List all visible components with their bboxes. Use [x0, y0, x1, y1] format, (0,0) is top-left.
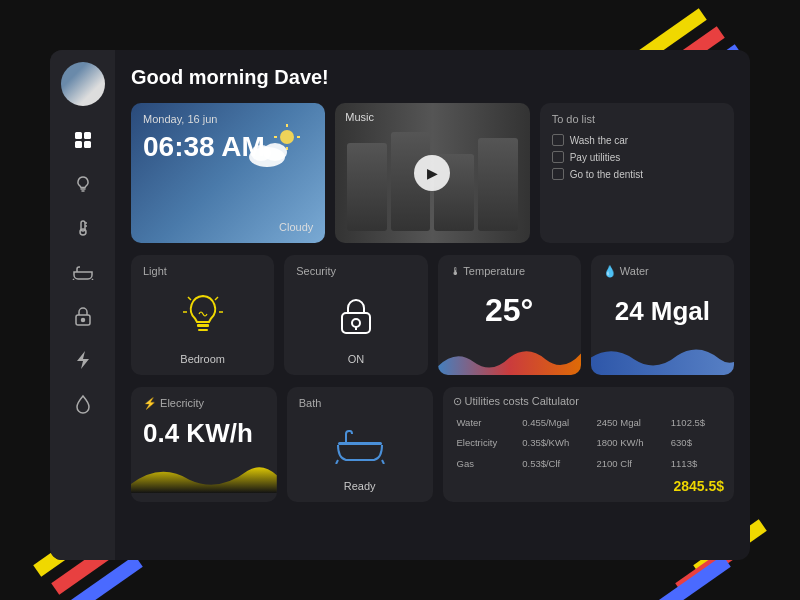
music-card: Music ▶	[335, 103, 529, 243]
sidebar	[50, 50, 115, 560]
accent-blue-br	[657, 555, 731, 600]
security-card: Security ON	[284, 255, 427, 375]
svg-point-29	[352, 319, 360, 327]
svg-point-20	[251, 145, 271, 161]
util-row-gas: Gas 0.53$/Clf 2100 Clf 1113$	[453, 453, 725, 474]
utilities-table: Water 0.455/Mgal 2450 Mgal 1102.5$ Elect…	[453, 412, 725, 474]
todo-item-2[interactable]: Pay utilities	[552, 151, 722, 163]
svg-rect-0	[75, 132, 82, 139]
todo-item-3[interactable]: Go to the dentist	[552, 168, 722, 180]
todo-checkbox-2[interactable]	[552, 151, 564, 163]
water-wave	[591, 340, 734, 375]
security-icon-wrap	[296, 281, 415, 351]
bath-sidebar-icon	[72, 264, 94, 280]
security-status: ON	[296, 353, 415, 365]
svg-point-11	[81, 319, 84, 322]
svg-line-8	[73, 279, 74, 280]
temperature-value: 25°	[450, 281, 569, 340]
svg-point-13	[280, 130, 294, 144]
todo-label: To do list	[552, 113, 722, 125]
sidebar-item-water[interactable]	[65, 386, 101, 422]
electricity-card: ⚡ Elecricity 0.4 KW/h	[131, 387, 277, 502]
weather-condition: Cloudy	[279, 221, 313, 233]
util-elec-cost: 630$	[667, 433, 724, 454]
top-grid: Monday, 16 jun 06:38 AM	[131, 103, 734, 243]
svg-marker-12	[77, 351, 89, 369]
bath-label: Bath	[299, 397, 421, 409]
svg-line-24	[215, 297, 218, 300]
water-drop-sidebar-icon	[75, 394, 91, 414]
bulb-icon	[183, 292, 223, 340]
water-card: 💧 Water 24 Mgal	[591, 255, 734, 375]
todo-checkbox-1[interactable]	[552, 134, 564, 146]
music-play-button[interactable]: ▶	[414, 155, 450, 191]
avatar[interactable]	[61, 62, 105, 106]
weather-card: Monday, 16 jun 06:38 AM	[131, 103, 325, 243]
utilities-card: ⊙ Utilities costs Caltulator Water 0.455…	[443, 387, 735, 502]
svg-line-9	[92, 279, 93, 280]
todo-card: To do list Wash the car Pay utilities Go…	[540, 103, 734, 243]
electricity-wave	[131, 453, 277, 493]
todo-text-3: Go to the dentist	[570, 169, 643, 180]
thermometer-icon	[73, 218, 93, 238]
bath-icon-wrap	[299, 413, 421, 478]
sidebar-item-temperature[interactable]	[65, 210, 101, 246]
util-gas-rate: 0.53$/Clf	[518, 453, 592, 474]
water-drop-icon: 💧	[603, 265, 620, 277]
svg-rect-22	[198, 329, 208, 331]
util-elec-amount: 1800 KW/h	[593, 433, 667, 454]
temperature-label: 🌡 Temperature	[450, 265, 569, 277]
util-water-rate: 0.455/Mgal	[518, 412, 592, 433]
lock-icon	[338, 295, 374, 337]
svg-line-32	[336, 460, 338, 464]
todo-text-2: Pay utilities	[570, 152, 621, 163]
cloud-icon	[245, 123, 305, 182]
svg-rect-1	[84, 132, 91, 139]
util-water-amount: 2450 Mgal	[593, 412, 667, 433]
bottom-grid: ⚡ Elecricity 0.4 KW/h	[131, 387, 734, 502]
todo-text-1: Wash the car	[570, 135, 629, 146]
util-gas-amount: 2100 Clf	[593, 453, 667, 474]
svg-rect-2	[75, 141, 82, 148]
todo-checkbox-3[interactable]	[552, 168, 564, 180]
temp-flame-icon: 🌡	[450, 265, 464, 277]
utilities-total: 2845.5$	[453, 478, 725, 494]
light-card: Light Bed	[131, 255, 274, 375]
svg-point-5	[80, 229, 86, 235]
greeting: Good morning Dave!	[131, 66, 734, 89]
sidebar-item-grid[interactable]	[65, 122, 101, 158]
light-label: Light	[143, 265, 262, 277]
lock-sidebar-icon	[74, 306, 92, 326]
util-row-electricity: Electricity 0.35$/KWh 1800 KW/h 630$	[453, 433, 725, 454]
utilities-label: ⊙ Utilities costs Caltulator	[453, 395, 725, 408]
svg-line-25	[188, 297, 191, 300]
avatar-image	[61, 62, 105, 106]
svg-line-33	[382, 460, 384, 464]
security-label: Security	[296, 265, 415, 277]
util-elec-rate: 0.35$/KWh	[518, 433, 592, 454]
util-icon: ⊙	[453, 395, 465, 407]
main-content: Good morning Dave! Monday, 16 jun 06:38 …	[115, 50, 750, 560]
util-gas-cost: 1113$	[667, 453, 724, 474]
lightning-sidebar-icon	[75, 350, 91, 370]
sidebar-item-security[interactable]	[65, 298, 101, 334]
water-value: 24 Mgal	[603, 282, 722, 340]
sidebar-item-electricity[interactable]	[65, 342, 101, 378]
bathtub-icon	[334, 428, 386, 464]
lightbulb-icon	[73, 174, 93, 194]
util-water-name: Water	[453, 412, 519, 433]
temperature-card: 🌡 Temperature 25°	[438, 255, 581, 375]
sidebar-item-light[interactable]	[65, 166, 101, 202]
bath-status: Ready	[299, 480, 421, 492]
electricity-value: 0.4 KW/h	[143, 418, 265, 449]
todo-item-1[interactable]: Wash the car	[552, 134, 722, 146]
svg-rect-3	[84, 141, 91, 148]
music-label: Music	[345, 111, 374, 123]
mid-grid: Light Bed	[131, 255, 734, 375]
electricity-label: ⚡ Elecricity	[143, 397, 265, 410]
light-room: Bedroom	[143, 353, 262, 365]
water-label: 💧 Water	[603, 265, 722, 278]
light-icon-wrap	[143, 281, 262, 351]
svg-rect-31	[338, 442, 382, 445]
sidebar-item-bath[interactable]	[65, 254, 101, 290]
